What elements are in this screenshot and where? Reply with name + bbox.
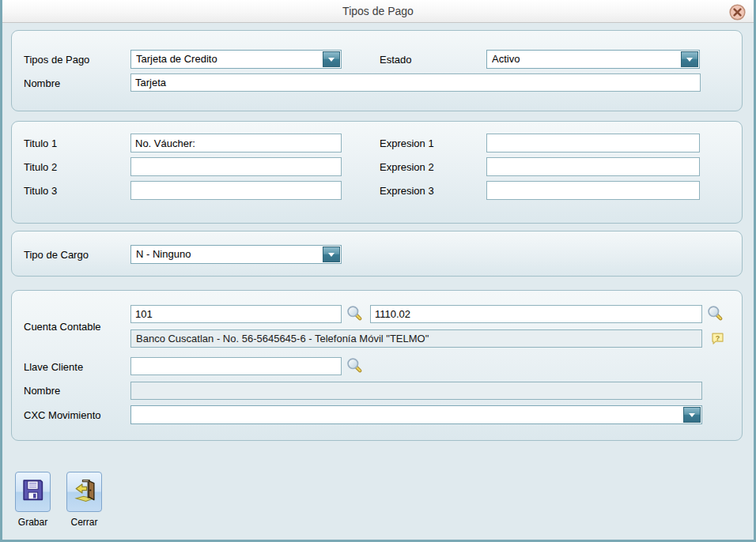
chevron-down-icon[interactable] [323, 51, 340, 67]
titlebar: Tipos de Pago [2, 0, 754, 23]
window-title: Tipos de Pago [2, 0, 754, 22]
expresion2-input[interactable] [486, 157, 700, 176]
titulo3-input[interactable] [130, 181, 342, 200]
exit-door-icon [71, 477, 97, 506]
cxc-movimiento-select[interactable] [130, 405, 702, 424]
grabar-button-label: Grabar [3, 517, 62, 528]
tipo-de-cargo-selected-value: N - Ninguno [136, 246, 320, 263]
estado-selected-value: Activo [492, 51, 679, 68]
chevron-down-icon[interactable] [323, 247, 340, 262]
tipos-de-pago-select[interactable]: Tarjeta de Credito [130, 50, 342, 69]
search-icon[interactable] [706, 305, 724, 322]
cxc-movimiento-selected-value [136, 406, 681, 423]
chevron-down-icon[interactable] [681, 51, 698, 67]
cuenta-numero-input[interactable] [370, 305, 702, 323]
expresion1-input[interactable] [486, 134, 700, 152]
tipos-de-pago-selected-value: Tarjeta de Credito [136, 51, 320, 68]
expresion2-label: Expresion 2 [380, 161, 434, 173]
section-tipos-de-pago [11, 30, 743, 111]
estado-select[interactable]: Activo [486, 50, 700, 69]
tipos-de-pago-label: Tipos de Pago [24, 54, 89, 66]
titulo1-input[interactable] [130, 134, 342, 152]
tipo-de-cargo-label: Tipo de Cargo [24, 249, 89, 261]
titulo3-label: Titulo 3 [24, 185, 57, 197]
cuenta-descripcion-readonly: Banco Cuscatlan - No. 56-5645645-6 - Tel… [130, 329, 702, 348]
llave-cliente-label: Llave Cliente [24, 361, 83, 373]
expresion3-label: Expresion 3 [380, 185, 434, 197]
cerrar-button-label: Cerrar [55, 517, 114, 528]
nombre-label: Nombre [24, 77, 60, 89]
search-icon[interactable] [346, 305, 363, 322]
cliente-nombre-label: Nombre [24, 385, 60, 397]
expresion3-input[interactable] [486, 181, 700, 200]
window-border-left [0, 0, 2, 542]
grabar-button[interactable] [15, 472, 51, 512]
tipo-de-cargo-select[interactable]: N - Ninguno [130, 245, 342, 264]
estado-label: Estado [380, 54, 411, 66]
chevron-down-icon[interactable] [683, 407, 701, 423]
section-tipo-de-cargo [11, 231, 743, 277]
llave-cliente-input[interactable] [130, 357, 342, 375]
save-icon [20, 477, 46, 506]
cerrar-button[interactable] [66, 472, 102, 512]
titulo1-label: Titulo 1 [24, 137, 57, 149]
nombre-input[interactable] [130, 73, 701, 92]
tipos-de-pago-window: Tipos de Pago Tipos de Pago Tarjeta de C… [0, 0, 756, 542]
search-icon[interactable] [346, 357, 363, 375]
titulo2-input[interactable] [130, 157, 342, 176]
close-icon[interactable] [729, 4, 746, 21]
cxc-movimiento-label: CXC Movimiento [24, 409, 101, 421]
expresion1-label: Expresion 1 [380, 137, 434, 149]
cuenta-codigo-input[interactable] [130, 305, 342, 323]
comment-icon[interactable]: ? [711, 332, 724, 345]
cuenta-contable-label: Cuenta Contable [24, 321, 101, 333]
titulo2-label: Titulo 2 [24, 161, 57, 173]
cliente-nombre-readonly [130, 382, 702, 400]
svg-text:?: ? [716, 334, 720, 342]
